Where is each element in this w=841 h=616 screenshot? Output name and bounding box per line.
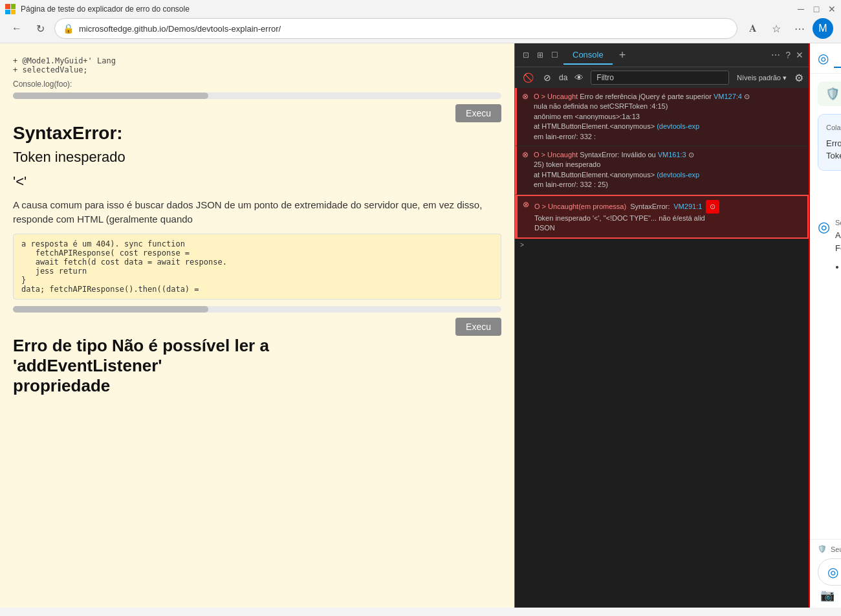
user-message-line1: Erro de sintaxe VM291:1 (em promessa) — [826, 137, 841, 150]
message-content-1: O > Uncaught Erro de referência jQuery é… — [534, 92, 803, 142]
browser-logo — [5, 4, 16, 14]
msg3-detail2: DSON — [534, 223, 802, 233]
msg1-detail2: anônimo em <anonymous>:1a:13 — [534, 112, 803, 122]
filter-label: da — [559, 73, 567, 82]
refresh-button[interactable]: ↻ — [31, 19, 49, 38]
footer-shield-icon: 🛡️ — [818, 545, 827, 553]
add-tab-button[interactable]: + — [615, 47, 630, 63]
copilot-logo-icon: ◎ — [818, 50, 829, 66]
console-log-line: Console.log(foo): — [13, 80, 501, 89]
msg2-link[interactable]: (devtools-exp — [657, 171, 699, 179]
console-message-2[interactable]: ⊗ O > Uncaught SyntaxError: Inválido ou … — [515, 146, 809, 195]
tab-console[interactable]: Console — [563, 46, 613, 65]
devtools-icon-1[interactable]: ⊡ — [520, 48, 532, 62]
copilot-tabs: 💬 Chat ✏️ Compor — [834, 49, 841, 68]
levels-button[interactable]: Níveis padrão ▾ — [733, 72, 791, 83]
close-button[interactable]: ✕ — [828, 5, 836, 13]
copilot-sidebar: ◎ 💬 Chat ✏️ Compor ⧉ ↻ ⋯ ✕ — [809, 43, 841, 608]
msg2-desc: SyntaxError: Inválido ou — [580, 151, 655, 159]
msg1-vm[interactable]: VM127:4 — [714, 93, 742, 100]
filter-button[interactable]: ⊘ — [540, 70, 555, 85]
msg2-prefix: O > Uncaught — [534, 151, 578, 159]
read-aloud-button[interactable]: 𝐀 — [743, 18, 763, 39]
user-message-line2: Token inesperado "<! DOCTYPE "... não é … — [826, 149, 841, 162]
scrollbar-h-1[interactable] — [13, 93, 501, 99]
clear-console-button[interactable]: 🚫 — [520, 70, 536, 85]
msg2-trace2: em lain-error/: 332 : 25) — [534, 180, 803, 190]
devtools-more-icon[interactable]: ⋯ — [771, 50, 780, 60]
devtools-panel: ⊡ ⊞ ☐ Console + ⋯ ? ✕ 🚫 ⊘ da 👁 Níveis pa… — [514, 43, 809, 608]
console-message-3[interactable]: ⊗ O > Uncaught(em promessa) SyntaxError:… — [515, 195, 809, 239]
syntax-error-header: SyntaxError: — [13, 122, 501, 144]
copilot-response: ◎ Seus dados pessoais e da empresa estão… — [818, 219, 841, 359]
back-button[interactable]: ← — [8, 19, 26, 38]
msg1-prefix: O > Uncaught — [534, 93, 578, 100]
shield-icon: 🛡️ — [825, 87, 840, 101]
msg2-icon: ⊙ — [688, 151, 694, 159]
msg2-vm[interactable]: VM161:3 — [658, 151, 686, 159]
msg1-detail1: nula não definida no setCSRFToken :4:15) — [534, 102, 803, 111]
console-message-1[interactable]: ⊗ O > Uncaught Erro de referência jQuery… — [515, 88, 809, 146]
msg1-link[interactable]: (devtools-exp — [657, 122, 699, 130]
page-title: Página de teste do explicador de erro do… — [21, 5, 792, 14]
error2-suffix: propriedade — [13, 376, 501, 396]
error-icon-3: ⊗ — [523, 200, 529, 234]
data-protection-note: Seus dados pessoais e da empresa estão p… — [835, 219, 841, 226]
maximize-button[interactable]: □ — [813, 5, 820, 13]
profile-button[interactable]: M — [813, 18, 833, 39]
protected-banner: 🛡️ Protegido — [818, 82, 841, 106]
user-message-title: Colado das Ferramentas de Desenvolviment… — [826, 122, 841, 133]
footer-protection-note: 🛡️ Seus dados pessoais e da empresa estã… — [818, 545, 841, 553]
response-content: Seus dados pessoais e da empresa estão p… — [835, 219, 841, 359]
more-actions-button[interactable]: ⋯ — [789, 18, 810, 39]
message-content-3: O > Uncaught(em promessa) SyntaxError: V… — [534, 200, 802, 234]
console-messages: ⊗ O > Uncaught Erro de referência jQuery… — [515, 88, 809, 608]
devtools-help-icon[interactable]: ? — [785, 50, 791, 60]
console-expand[interactable]: > — [515, 239, 809, 251]
code-snippet-2: a resposta é um 404). sync function fetc… — [13, 234, 501, 300]
msg3-desc: SyntaxError: — [630, 202, 670, 212]
token-unexpected-label: Token inesperado — [13, 148, 501, 167]
explain-badge[interactable]: ⊙ — [706, 200, 719, 214]
msg1-trace2: em lain-error/: 332 : — [534, 132, 803, 142]
msg3-vm[interactable]: VM291:1 — [673, 202, 702, 212]
error-section-2: Erro de tipo Não é possível ler a 'addEv… — [13, 336, 501, 396]
tab-chat[interactable]: 💬 Chat — [834, 49, 841, 68]
copilot-body: 🛡️ Protegido Colado das Ferramentas de D… — [810, 74, 841, 539]
error2-property: 'addEventListener' — [13, 356, 501, 376]
devtools-icon-3[interactable]: ☐ — [549, 48, 561, 62]
execute-button-1[interactable]: Execu — [455, 104, 501, 122]
devtools-close-icon[interactable]: ✕ — [796, 50, 803, 60]
error2-header: Erro de tipo Não é possível ler a — [13, 336, 501, 356]
copilot-header: ◎ 💬 Chat ✏️ Compor ⧉ ↻ ⋯ ✕ — [810, 43, 841, 74]
code-snippet-1: + @Mode1.MyGuid+' Lang + selectedValue; — [13, 56, 501, 74]
response-text: Aqui está a explicação da mensagem de er… — [835, 229, 841, 355]
copilot-input-icon: ◎ — [827, 564, 838, 580]
error-icon-1: ⊗ — [522, 92, 529, 142]
url-text: microsoftedge.github.io/Demos/devtools-e… — [79, 24, 281, 34]
response-intro: Aqui está a explicação da mensagem de er… — [835, 229, 841, 256]
title-bar: Página de teste do explicador de erro do… — [0, 0, 841, 14]
eye-button[interactable]: 👁 — [571, 70, 587, 85]
scrollbar-h-2[interactable] — [13, 306, 501, 313]
msg2-trace: at HTMLButtonElement.<anonymous> (devtoo… — [534, 170, 803, 180]
execute-button-2[interactable]: Execu — [455, 318, 501, 336]
copilot-avatar-icon: ◎ — [818, 219, 830, 359]
user-action-container: Explicar a mensagem de erro do console d… — [818, 179, 841, 211]
description-text: A causa comum para isso é buscar dados J… — [13, 198, 501, 227]
msg3-prefix: O > Uncaught(em promessa) — [534, 202, 626, 212]
favorites-button[interactable]: ☆ — [766, 18, 787, 39]
url-bar[interactable]: 🔒 microsoftedge.github.io/Demos/devtools… — [54, 18, 737, 39]
stop-button-container: Parar de responder al — [818, 367, 841, 399]
window-controls: ─ □ ✕ — [797, 5, 836, 13]
devtools-tab-actions: ⋯ ? ✕ — [771, 50, 803, 60]
devtools-tabs: ⊡ ⊞ ☐ Console + ⋯ ? ✕ — [515, 43, 809, 67]
devtools-toolbar: 🚫 ⊘ da 👁 Níveis padrão ▾ ⚙ — [515, 67, 809, 88]
screenshot-button[interactable]: 📷 — [820, 588, 835, 602]
filter-input[interactable] — [591, 71, 729, 85]
settings-icon[interactable]: ⚙ — [794, 72, 803, 84]
devtools-icon-2[interactable]: ⊞ — [534, 48, 546, 62]
chat-input-area[interactable]: ◎ 🎤 — [818, 558, 841, 586]
input-extras: 📷 0/2000 ➤ — [818, 586, 841, 602]
minimize-button[interactable]: ─ — [797, 5, 805, 13]
